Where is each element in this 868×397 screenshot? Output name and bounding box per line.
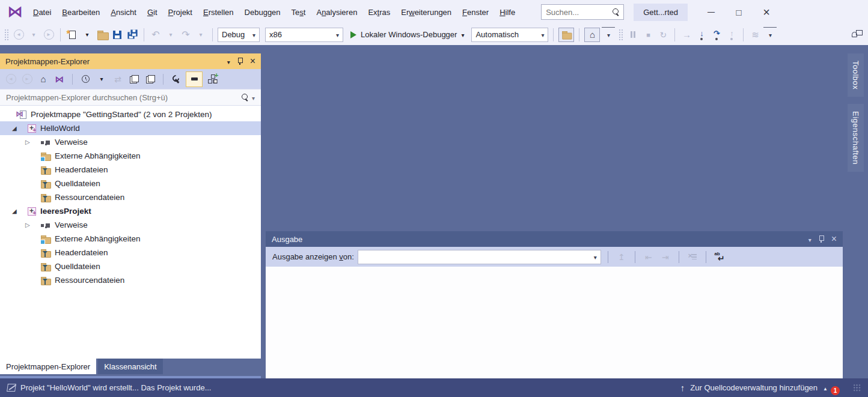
notifications-button[interactable]: 1: [833, 383, 839, 392]
navigate-back-button[interactable]: [12, 27, 25, 43]
se-filter-dropdown[interactable]: [95, 71, 108, 87]
tree-item-ressourcendateien[interactable]: Ressourcendateien: [0, 190, 261, 204]
undo-button[interactable]: [149, 27, 162, 43]
se-preview-selected-toggle[interactable]: [186, 71, 203, 87]
redo-button[interactable]: [179, 27, 192, 43]
se-switch-views-button[interactable]: [53, 71, 66, 87]
start-debugging-button[interactable]: Lokaler Windows-Debugger: [345, 27, 469, 43]
pin-icon[interactable]: [819, 235, 824, 243]
se-properties-button[interactable]: [170, 71, 183, 87]
solution-explorer-titlebar[interactable]: Projektmappen-Explorer: [0, 53, 261, 69]
menu-extras[interactable]: Extras: [362, 4, 396, 20]
goto-message-button[interactable]: [615, 249, 628, 265]
restart-button[interactable]: [656, 27, 670, 43]
menu-bearbeiten[interactable]: Bearbeiten: [57, 4, 105, 20]
se-collapse-all-button[interactable]: [127, 71, 141, 87]
global-search-box[interactable]: [541, 4, 624, 20]
diagnostic-tools-dropdown[interactable]: [602, 27, 615, 43]
save-all-button[interactable]: [126, 27, 139, 43]
resize-grip[interactable]: [853, 384, 861, 392]
tree-item-headerdateien[interactable]: Headerdateien: [0, 246, 261, 259]
menu-datei[interactable]: Datei: [28, 4, 57, 20]
menu-analysieren[interactable]: Analysieren: [311, 4, 362, 20]
expand-arrow-icon[interactable]: [25, 139, 41, 145]
solution-explorer-search-input[interactable]: [6, 93, 237, 102]
add-to-source-control-button[interactable]: Zur Quellcodeverwaltung hinzufügen: [690, 383, 818, 392]
save-button[interactable]: [111, 27, 124, 43]
tree-item-verweise[interactable]: Verweise: [0, 218, 261, 232]
global-search-input[interactable]: [546, 8, 612, 17]
tree-item-headerdateien[interactable]: Headerdateien: [0, 163, 261, 177]
step-out-button[interactable]: ↑: [725, 27, 738, 43]
diagnostic-tools-button[interactable]: [584, 28, 600, 42]
se-show-all-files-button[interactable]: +: [206, 71, 219, 87]
tree-item-helloworld[interactable]: HelloWorld: [0, 121, 261, 135]
se-pending-changes-filter-button[interactable]: [79, 71, 92, 87]
close-icon[interactable]: [250, 56, 255, 67]
collapse-arrow-icon[interactable]: [12, 208, 28, 214]
source-control-menu-caret[interactable]: [823, 383, 828, 392]
toolbar-options-dropdown[interactable]: [763, 27, 777, 43]
se-back-button[interactable]: [4, 71, 17, 87]
tab-toolbox[interactable]: Toolbox: [848, 53, 864, 97]
word-wrap-toggle[interactable]: [713, 249, 726, 265]
next-message-button[interactable]: [659, 249, 672, 265]
stop-button[interactable]: [641, 27, 655, 43]
show-next-statement-button[interactable]: [680, 27, 693, 43]
tree-item-quelldateien[interactable]: Quelldateien: [0, 259, 261, 273]
menu-erweiterungen[interactable]: Erweiterungen: [396, 4, 457, 20]
hot-reload-button[interactable]: [748, 27, 762, 43]
tab-klassenansicht[interactable]: Klassenansicht: [98, 359, 162, 374]
menu-hilfe[interactable]: Hilfe: [494, 4, 521, 20]
tree-item-externe-abh-ngigkeiten[interactable]: Externe Abhängigkeiten: [0, 149, 261, 163]
step-into-button[interactable]: ↓: [695, 27, 708, 43]
output-source-dropdown[interactable]: [358, 250, 601, 264]
tree-item-quelldateien[interactable]: Quelldateien: [0, 177, 261, 190]
solution-name-badge[interactable]: Gett...rted: [634, 4, 688, 21]
redo-dropdown[interactable]: [194, 27, 207, 43]
step-over-button[interactable]: ↷: [710, 27, 723, 43]
solution-explorer-search-box[interactable]: [0, 89, 261, 106]
navigate-back-dropdown[interactable]: [27, 27, 40, 43]
tab-eigenschaften[interactable]: Eigenschaften: [848, 104, 864, 172]
configuration-dropdown[interactable]: Debug: [218, 28, 260, 42]
output-content[interactable]: [266, 267, 843, 378]
pin-icon[interactable]: [237, 57, 243, 65]
tree-item-externe-abh-ngigkeiten[interactable]: Externe Abhängigkeiten: [0, 232, 261, 246]
menu-erstellen[interactable]: Erstellen: [198, 4, 239, 20]
tree-item-leeresprojekt[interactable]: leeresProjekt: [0, 204, 261, 218]
menu-debuggen[interactable]: Debuggen: [239, 4, 286, 20]
toolbar-drag-grip[interactable]: [619, 29, 623, 41]
undo-dropdown[interactable]: [164, 27, 177, 43]
output-titlebar[interactable]: Ausgabe: [266, 231, 843, 247]
menu-ansicht[interactable]: Ansicht: [105, 4, 142, 20]
window-position-dropdown[interactable]: [808, 235, 811, 244]
close-button[interactable]: [753, 0, 780, 24]
send-feedback-button[interactable]: [850, 27, 863, 43]
toolbar-drag-grip[interactable]: [4, 29, 8, 41]
menu-git[interactable]: Git: [142, 4, 163, 20]
search-options-dropdown[interactable]: [252, 93, 255, 102]
window-position-dropdown[interactable]: [227, 57, 230, 66]
menu-test[interactable]: Test: [286, 4, 311, 20]
collapse-arrow-icon[interactable]: [12, 125, 28, 132]
tree-item-verweise[interactable]: Verweise: [0, 135, 261, 149]
open-file-button[interactable]: [96, 27, 109, 43]
tree-item-ressourcendateien[interactable]: Ressourcendateien: [0, 273, 261, 287]
tree-item-projektmappe-gettingstarted-2-von-2-projekten[interactable]: Projektmappe "GettingStarted" (2 von 2 P…: [0, 108, 261, 121]
find-in-files-button[interactable]: [558, 28, 574, 42]
tab-projektmappen-explorer[interactable]: Projektmappen-Explorer: [0, 359, 96, 374]
maximize-button[interactable]: [725, 0, 753, 24]
menu-fenster[interactable]: Fenster: [457, 4, 494, 20]
expand-arrow-icon[interactable]: [25, 222, 41, 228]
menu-projekt[interactable]: Projekt: [163, 4, 198, 20]
se-home-button[interactable]: [37, 71, 50, 87]
minimize-button[interactable]: [697, 0, 725, 24]
previous-message-button[interactable]: [642, 249, 655, 265]
new-file-button[interactable]: [66, 27, 79, 43]
se-properties-pages-button[interactable]: [144, 71, 157, 87]
attach-type-dropdown[interactable]: Automatisch: [471, 28, 548, 42]
pause-button[interactable]: [626, 27, 640, 43]
se-sync-button[interactable]: [111, 71, 124, 87]
close-icon[interactable]: [831, 234, 837, 244]
